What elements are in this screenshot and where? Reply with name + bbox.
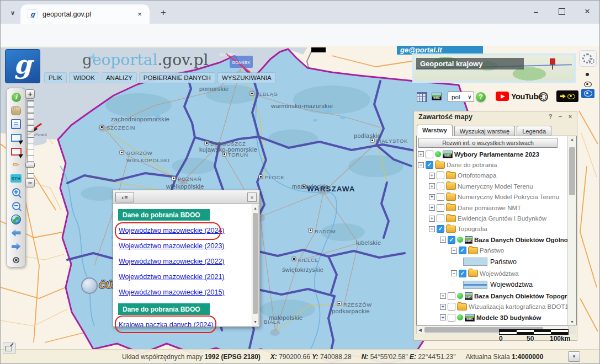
layer-row[interactable]: −✓WMSBaza Danych Obiektów Ogólnogeogr [418,234,567,245]
panel-vertical-scrollbar[interactable]: ▲ ▼ [567,136,576,325]
expand-icon[interactable]: + [440,293,446,299]
menu-plik[interactable]: PLIK [45,73,66,83]
coordinates-tool-button[interactable]: XYH [9,172,23,186]
layer-row[interactable]: +Dane pomiarowe NMT [418,202,567,213]
zoom-out-tool-button[interactable] [9,199,23,213]
settings-button[interactable] [579,50,597,67]
attributes-tool-button[interactable] [9,117,23,131]
deselect-rectangle-button[interactable] [9,144,23,158]
menu-wyszukiwania[interactable]: WYSZUKIWANIA [218,73,275,83]
scrollbar-thumb[interactable] [569,147,575,195]
layer-checkbox[interactable] [437,172,444,179]
overview-map-toggle[interactable] [3,342,16,354]
visibility-eye-icon[interactable] [584,82,592,87]
zoom-out-button[interactable]: − [25,178,35,188]
visibility-dot-icon[interactable] [586,73,589,76]
scale-dropdown-button[interactable]: ▼ [568,351,580,362]
expand-icon[interactable]: + [429,173,435,179]
info-tool-button[interactable]: i [9,90,23,104]
download-link-2021[interactable]: Województwo mazowieckie (2021) [119,271,252,282]
panel-help-button[interactable]: ? [547,113,554,120]
next-view-button[interactable] [9,240,23,254]
expand-icon[interactable]: + [440,304,446,310]
tab-wyszukaj-warstwe[interactable]: Wyszukaj warstwę [454,126,515,136]
accessibility-contrast-button[interactable] [556,90,578,102]
draw-tool-button[interactable]: ✏ [9,158,23,172]
download-link-2015[interactable]: Województwo mazowieckie (2015) [119,287,252,298]
layer-row[interactable]: +WMSModele 3D budynków [418,312,567,323]
layer-checkbox[interactable] [437,193,444,201]
popup-scrollbar[interactable]: ▲ ▼ [252,205,259,325]
layer-row[interactable]: +Ewidencja Gruntów i Budynków [418,213,567,223]
expand-icon[interactable]: + [440,314,446,320]
previous-view-button[interactable] [9,226,23,240]
expand-icon[interactable]: + [429,183,435,189]
expand-icon[interactable]: + [429,205,435,211]
layer-row[interactable]: +WMSBaza Danych Obiektów Topograficzn [418,291,567,301]
geoportal-krajowy-banner[interactable]: Geoportal krajowy [412,53,576,83]
clear-selection-button[interactable]: ⊗ [9,253,23,267]
zoom-in-button[interactable]: + [25,89,35,99]
tab-search-icon[interactable]: ∨ [6,6,19,19]
visibility-toggle-button[interactable] [581,89,594,98]
collapse-icon[interactable]: − [418,162,424,168]
layer-checkbox[interactable] [448,314,455,322]
window-close-button[interactable]: × [578,4,597,19]
full-extent-button[interactable] [9,212,23,226]
collapse-icon[interactable]: − [429,226,435,232]
layer-row[interactable]: −✓Państwo [418,245,567,256]
layer-checkbox[interactable] [448,292,455,300]
browser-tab[interactable]: g geoportal.gov.pl × [20,4,150,24]
layer-checkbox[interactable]: ✓ [426,161,433,169]
menu-widok[interactable]: WIDOK [70,73,99,83]
window-minimize-button[interactable]: – [527,4,545,19]
select-rectangle-button[interactable] [9,131,23,145]
layer-row[interactable]: +Wizualizacja kartograficzna BDOT10k [418,302,567,312]
layer-row[interactable]: −✓Topografia [418,224,567,234]
expand-icon[interactable]: + [418,151,424,157]
menu-pobieranie-danych[interactable]: POBIERANIE DANYCH [140,73,215,83]
help-button[interactable]: ? [476,92,486,102]
download-link-2023[interactable]: Województwo mazowieckie (2023) [119,240,252,251]
layer-row[interactable]: +Ortofotomapa [418,170,567,181]
layer-row[interactable]: −✓Dane do pobrania [418,159,567,170]
scrollbar-thumb[interactable] [253,213,258,314]
expand-icon[interactable]: + [429,194,435,200]
zoom-slider-handle[interactable] [25,163,35,168]
layer-checkbox[interactable]: ✓ [437,225,444,233]
collapse-icon[interactable]: − [451,248,457,254]
download-link-krajowa[interactable]: Krajowa paczka danych (2024) [119,319,252,326]
download-link-2024[interactable]: Województwo mazowieckie (2024) [119,225,252,236]
youtube-link[interactable]: YouTube [496,92,542,101]
tab-close-icon[interactable]: × [135,10,144,19]
layer-row[interactable]: +WMSWybory Parlamentarne 2023 [418,149,567,159]
tab-warstwy[interactable]: Warstwy [417,125,453,136]
new-tab-button[interactable]: + [157,6,170,19]
popup-close-button[interactable]: × [247,192,257,202]
layer-checkbox[interactable] [437,215,444,222]
layer-row[interactable]: −✓Województwa [418,268,567,279]
legend-grid-icon[interactable] [417,92,427,102]
pan-tool-button[interactable] [9,104,23,118]
layer-checkbox[interactable]: ✓ [448,236,455,244]
window-maximize-button[interactable] [553,4,571,19]
tab-legenda[interactable]: Legenda [517,126,551,136]
menu-analizy[interactable]: ANALIZY [102,73,136,83]
geoportal-logo[interactable]: g [5,49,40,83]
expand-all-layers-button[interactable]: Rozwiń inf. o wszystkich warstwach [418,138,557,148]
layer-row[interactable]: +Numeryczny Model Pokrycia Terenu [418,192,567,202]
back-to-list-button[interactable]: ‹≡ [115,192,134,202]
panel-minimize-button[interactable]: – [557,113,564,120]
collapse-icon[interactable]: − [451,270,457,276]
wms-service-icon[interactable]: WMS [432,93,442,100]
layer-checkbox[interactable] [426,151,433,158]
layer-checkbox[interactable] [437,204,444,212]
panel-close-button[interactable]: × [567,113,574,120]
layer-checkbox[interactable] [448,303,455,311]
zoom-in-tool-button[interactable] [9,185,23,199]
layer-checkbox[interactable] [437,183,444,190]
wheel-icon[interactable] [539,92,548,101]
collapse-icon[interactable]: − [440,237,446,243]
layer-checkbox[interactable]: ✓ [459,270,466,277]
download-link-2022[interactable]: Województwo mazowieckie (2022) [119,256,252,267]
